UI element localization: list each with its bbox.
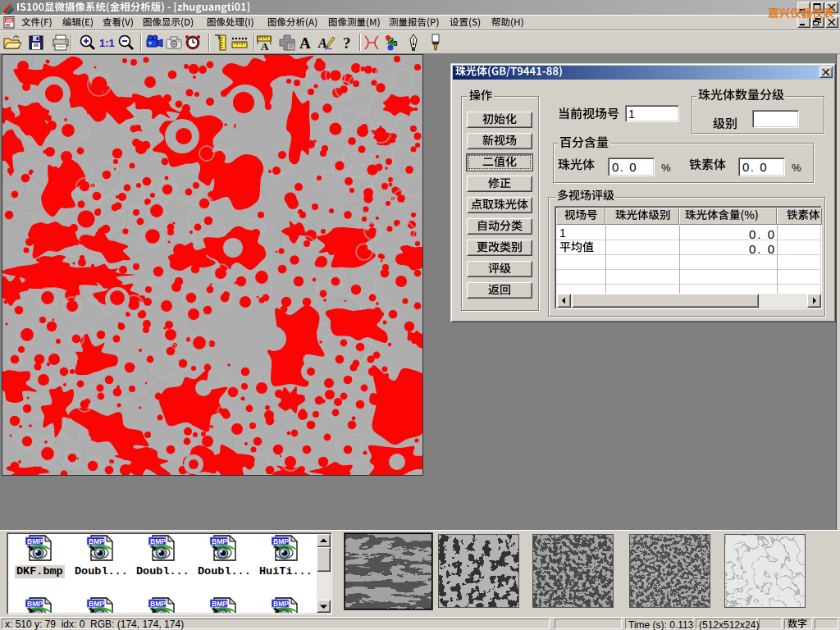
svg-text:DOC: DOC [6,18,15,22]
svg-text:3: 3 [394,39,398,48]
svg-text:?: ? [343,34,351,52]
svg-text:A: A [299,34,311,52]
svg-text:A: A [317,36,327,50]
svg-text:1:1: 1:1 [99,37,115,49]
svg-text:A: A [261,40,269,52]
svg-text:2: 2 [390,36,394,44]
